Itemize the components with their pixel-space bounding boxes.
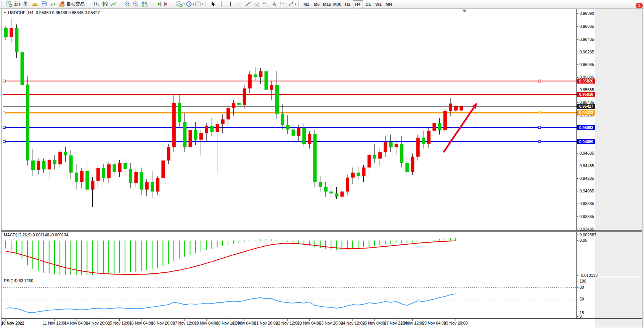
chart-title-text: USDCHF-,H4 0.95360 0.95438 0.95345 0.954… [8, 10, 100, 15]
svg-text:0.94869: 0.94869 [579, 140, 593, 144]
svg-text:24 Nov 12:00: 24 Nov 12:00 [341, 321, 365, 325]
svg-text:29 Nov 20:00: 29 Nov 20:00 [444, 321, 468, 325]
svg-text:0: 0 [580, 314, 582, 318]
svg-text:17 Nov 12:00: 17 Nov 12:00 [173, 321, 197, 325]
svg-text:0.96285: 0.96285 [580, 50, 594, 54]
svg-text:10 Nov 2022: 10 Nov 2022 [1, 321, 24, 325]
svg-text:14 Nov 20:00: 14 Nov 20:00 [86, 321, 110, 325]
svg-text:14 Nov 04:00: 14 Nov 04:00 [64, 321, 88, 325]
svg-text:0.95685: 0.95685 [580, 87, 594, 92]
svg-text:28 Nov 12:00: 28 Nov 12:00 [400, 321, 424, 325]
svg-text:21 Nov 04:00: 21 Nov 04:00 [232, 321, 256, 325]
svg-text:0.95323: 0.95323 [579, 111, 593, 115]
svg-text:0.95616: 0.95616 [579, 92, 593, 97]
rsi-label: RSI(14) 63.7260 [4, 278, 33, 283]
svg-text:0.95427: 0.95427 [579, 104, 593, 108]
chart-title: ▼USDCHF-,H4 0.95360 0.95438 0.95345 0.95… [3, 10, 100, 15]
svg-text:0.94285: 0.94285 [580, 176, 594, 181]
svg-text:15 Nov 12:00: 15 Nov 12:00 [108, 321, 132, 325]
chart-canvas[interactable]: 0.968900.966850.964850.962850.960850.958… [0, 0, 644, 328]
mt4-window: 新订单自动交易▾▾▾EFAT▾M1M5M15M30H1H4D1W1MN1 0.9… [0, 0, 644, 328]
svg-text:29 Nov 04:00: 29 Nov 04:00 [422, 321, 446, 325]
svg-text:16 Nov 20:00: 16 Nov 20:00 [151, 321, 175, 325]
svg-text:0.00: 0.00 [580, 238, 588, 242]
svg-text:0.95826: 0.95826 [579, 79, 593, 83]
svg-text:23 Nov 20:00: 23 Nov 20:00 [319, 321, 343, 325]
svg-text:0.94085: 0.94085 [580, 189, 594, 193]
svg-text:18 Nov 04:00: 18 Nov 04:00 [194, 321, 218, 325]
svg-text:21 Nov 20:00: 21 Nov 20:00 [254, 321, 278, 325]
svg-text:0.96085: 0.96085 [580, 62, 594, 67]
svg-text:23 Nov 04:00: 23 Nov 04:00 [297, 321, 321, 325]
svg-text:50: 50 [580, 297, 584, 301]
svg-text:0.95093: 0.95093 [579, 126, 593, 130]
svg-text:100: 100 [580, 279, 586, 283]
svg-text:0.96485: 0.96485 [580, 37, 594, 42]
svg-text:0.94685: 0.94685 [580, 151, 594, 155]
svg-text:11 Nov 12:00: 11 Nov 12:00 [43, 321, 66, 325]
svg-text:0.94485: 0.94485 [580, 163, 594, 168]
svg-text:0.002587: 0.002587 [580, 233, 596, 237]
svg-text:80: 80 [580, 285, 584, 289]
macd-label: MACD(12,26,9) 0.001140 -0.000134 [4, 233, 68, 237]
svg-text:0.96890: 0.96890 [580, 11, 594, 16]
svg-text:0.96685: 0.96685 [580, 24, 594, 29]
svg-text:22 Nov 12:00: 22 Nov 12:00 [276, 321, 300, 325]
svg-text:0.93885: 0.93885 [580, 201, 594, 206]
svg-text:0.93685: 0.93685 [580, 214, 594, 219]
one-click-trading-icon[interactable]: ▼ [3, 11, 6, 15]
svg-text:16 Nov 04:00: 16 Nov 04:00 [129, 321, 153, 325]
svg-text:-0.013133: -0.013133 [580, 273, 597, 278]
svg-text:25 Nov 04:00: 25 Nov 04:00 [363, 321, 387, 325]
svg-text:0.93485: 0.93485 [580, 227, 594, 231]
